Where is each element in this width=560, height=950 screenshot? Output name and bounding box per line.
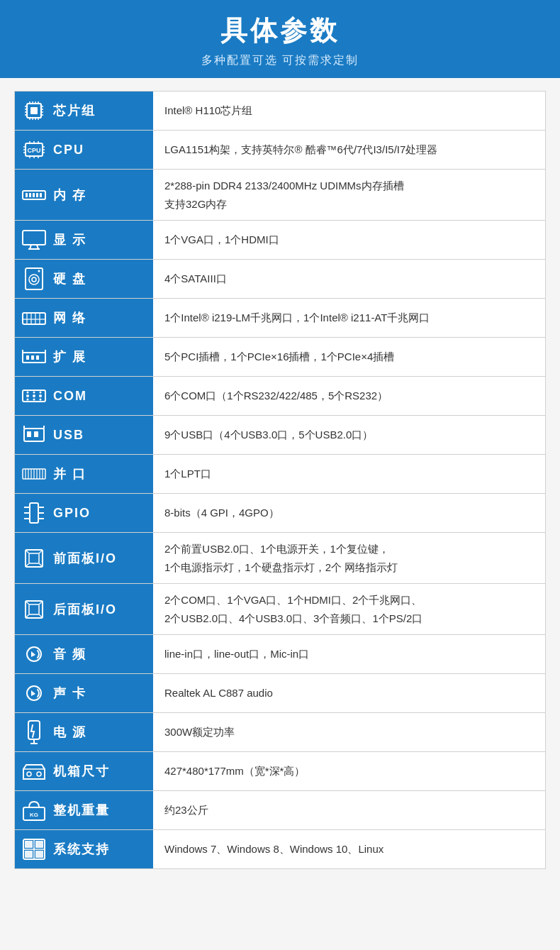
label-text-cpu: CPU [53, 143, 84, 158]
svg-text:KG: KG [30, 812, 38, 818]
spec-label-weight: KG整机重量 [15, 791, 153, 829]
spec-value-audio: line-in口，line-out口，Mic-in口 [153, 635, 545, 673]
svg-point-44 [32, 277, 36, 282]
spec-value-gpio: 8-bits（4 GPI，4GPO） [153, 494, 545, 532]
spec-label-com: COM [15, 377, 153, 415]
spec-value-hdd: 4个SATAIII口 [153, 260, 545, 298]
svg-rect-35 [33, 193, 35, 197]
spec-row-display: 显 示1个VGA口，1个HDMI口 [15, 221, 545, 260]
spec-value-usb: 9个USB口（4个USB3.0口，5个USB2.0口） [153, 416, 545, 454]
svg-point-59 [26, 394, 29, 397]
page-title: 具体参数 [0, 13, 560, 49]
spec-label-chipset: 芯片组 [15, 92, 153, 130]
icon-casesize [21, 758, 47, 785]
label-text-soundcard: 声 卡 [53, 685, 86, 702]
spec-value-weight: 约23公斤 [153, 791, 545, 829]
spec-label-parallel: 并 口 [15, 455, 153, 493]
label-text-power: 电 源 [53, 724, 86, 741]
spec-value-os: Windows 7、Windows 8、Windows 10、Linux [153, 830, 545, 868]
spec-value-expansion: 5个PCI插槽，1个PCIe×16插槽，1个PCIe×4插槽 [153, 338, 545, 376]
svg-rect-55 [26, 355, 29, 360]
spec-label-power: 电 源 [15, 713, 153, 751]
label-text-parallel: 并 口 [53, 465, 86, 482]
spec-label-gpio: GPIO [15, 494, 153, 532]
spec-row-audio: 音 频line-in口，line-out口，Mic-in口 [15, 635, 545, 674]
spec-label-display: 显 示 [15, 221, 153, 259]
svg-point-63 [33, 392, 35, 394]
spec-value-chipset: Intel® H110芯片组 [153, 92, 545, 130]
svg-rect-1 [30, 107, 38, 114]
spec-row-expansion: 扩 展5个PCI插槽，1个PCIe×16插槽，1个PCIe×4插槽 [15, 338, 545, 377]
svg-rect-115 [25, 851, 33, 858]
svg-rect-81 [30, 503, 38, 523]
spec-value-reario: 2个COM口、1个VGA口、1个HDMI口、2个千兆网口、2个USB2.0口、4… [153, 584, 545, 634]
spec-row-network: 网 络1个Intel® i219-LM千兆网口，1个Intel® i211-AT… [15, 299, 545, 338]
spec-row-hdd: 硬 盘4个SATAIII口 [15, 260, 545, 299]
spec-label-frontio: 前面板I/O [15, 533, 153, 583]
spec-row-reario: 后面板I/O2个COM口、1个VGA口、1个HDMI口、2个千兆网口、2个USB… [15, 584, 545, 635]
spec-row-weight: KG整机重量约23公斤 [15, 791, 545, 830]
spec-value-soundcard: Realtek AL C887 audio [153, 674, 545, 712]
icon-power [21, 719, 47, 746]
icon-expansion [21, 343, 47, 370]
spec-row-parallel: 并 口1个LPT口 [15, 455, 545, 494]
svg-rect-113 [25, 841, 33, 848]
spec-label-audio: 音 频 [15, 635, 153, 673]
spec-value-display: 1个VGA口，1个HDMI口 [153, 221, 545, 259]
spec-value-frontio: 2个前置USB2.0口、1个电源开关，1个复位键，1个电源指示灯，1个硬盘指示灯… [153, 533, 545, 583]
svg-point-107 [37, 772, 41, 776]
svg-rect-95 [29, 604, 39, 614]
label-text-reario: 后面板I/O [53, 601, 117, 618]
label-text-gpio: GPIO [53, 506, 91, 521]
svg-rect-71 [27, 431, 31, 437]
label-text-com: COM [53, 389, 87, 404]
spec-label-cpu: CPUCPU [15, 131, 153, 169]
spec-row-frontio: 前面板I/O2个前置USB2.0口、1个电源开关，1个复位键，1个电源指示灯，1… [15, 533, 545, 584]
spec-table: 芯片组Intel® H110芯片组CPUCPULGA1151构架，支持英特尔® … [14, 91, 546, 869]
svg-rect-102 [28, 721, 40, 739]
spec-row-os: 系统支持Windows 7、Windows 8、Windows 10、Linux [15, 830, 545, 868]
spec-row-power: 电 源300W额定功率 [15, 713, 545, 752]
spec-row-usb: USB9个USB口（4个USB3.0口，5个USB2.0口） [15, 416, 545, 455]
icon-usb [21, 421, 47, 448]
svg-point-67 [40, 399, 42, 401]
icon-os [21, 836, 47, 863]
svg-point-62 [27, 392, 29, 394]
svg-point-45 [38, 270, 40, 272]
spec-row-com: COM6个COM口（1个RS232/422/485，5个RS232） [15, 377, 545, 416]
spec-row-casesize: 机箱尺寸427*480*177mm（宽*深*高） [15, 752, 545, 791]
svg-rect-72 [34, 431, 38, 437]
svg-rect-38 [23, 231, 45, 245]
spec-row-cpu: CPUCPULGA1151构架，支持英特尔® 酷睿™6代/7代I3/I5/I7处… [15, 131, 545, 170]
spec-label-usb: USB [15, 416, 153, 454]
spec-label-casesize: 机箱尺寸 [15, 752, 153, 790]
label-text-expansion: 扩 展 [53, 348, 86, 365]
label-text-hdd: 硬 盘 [53, 270, 86, 287]
spec-label-ram: 内 存 [15, 170, 153, 220]
spec-label-soundcard: 声 卡 [15, 674, 153, 712]
spec-value-com: 6个COM口（1个RS232/422/485，5个RS232） [153, 377, 545, 415]
svg-rect-56 [31, 355, 34, 360]
icon-frontio [21, 545, 47, 572]
icon-display [21, 226, 47, 253]
label-text-audio: 音 频 [53, 646, 86, 663]
icon-gpio [21, 499, 47, 526]
svg-point-65 [27, 399, 29, 401]
svg-point-60 [33, 394, 35, 397]
icon-hdd [21, 265, 47, 292]
label-text-os: 系统支持 [53, 841, 110, 858]
svg-rect-36 [36, 193, 38, 197]
icon-chipset [21, 97, 47, 124]
svg-rect-37 [40, 193, 42, 197]
spec-value-network: 1个Intel® i219-LM千兆网口，1个Intel® i211-AT千兆网… [153, 299, 545, 337]
spec-label-network: 网 络 [15, 299, 153, 337]
svg-rect-114 [35, 841, 43, 848]
spec-label-expansion: 扩 展 [15, 338, 153, 376]
label-text-frontio: 前面板I/O [53, 550, 117, 567]
icon-soundcard [21, 680, 47, 707]
spec-row-ram: 内 存2*288-pin DDR4 2133/2400MHz UDIMMs内存插… [15, 170, 545, 221]
svg-rect-57 [36, 355, 39, 360]
svg-rect-33 [26, 193, 28, 197]
page-subtitle: 多种配置可选 可按需求定制 [0, 53, 560, 68]
spec-value-power: 300W额定功率 [153, 713, 545, 751]
